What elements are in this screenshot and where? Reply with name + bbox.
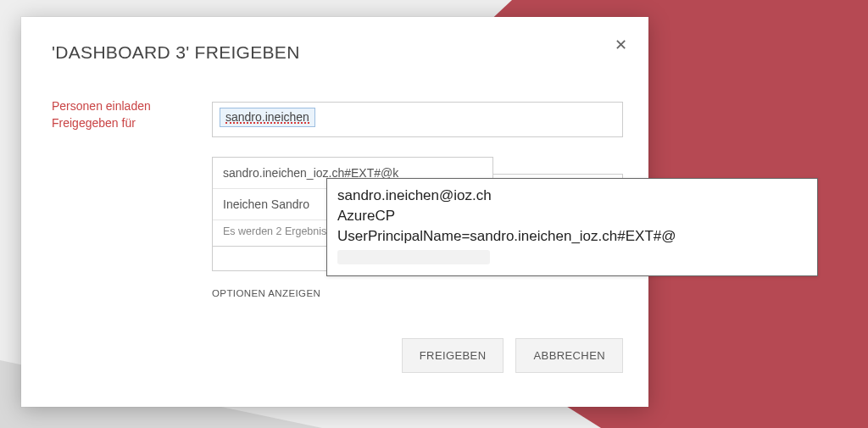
dialog-title: 'DASHBOARD 3' FREIGEBEN xyxy=(52,42,300,63)
side-tabs: Personen einladen Freigegeben für xyxy=(52,97,183,131)
tooltip-email: sandro.ineichen@ioz.ch xyxy=(337,186,807,206)
close-icon[interactable]: ✕ xyxy=(611,36,630,54)
redacted-blur xyxy=(337,250,490,264)
cancel-button[interactable]: ABBRECHEN xyxy=(515,338,623,373)
people-picker-input[interactable]: sandro.ineichen xyxy=(212,102,623,137)
people-chip[interactable]: sandro.ineichen xyxy=(220,108,315,127)
share-button[interactable]: FREIGEBEN xyxy=(402,338,504,373)
tooltip-upn-prefix: UserPrincipalName=sandro.ineichen_ioz.ch… xyxy=(337,228,676,244)
tab-invite-people[interactable]: Personen einladen xyxy=(52,97,183,114)
spellcheck-underline xyxy=(225,122,309,124)
dialog-actions: FREIGEBEN ABBRECHEN xyxy=(402,338,623,373)
show-options-link[interactable]: OPTIONEN ANZEIGEN xyxy=(212,288,320,298)
tooltip-upn: UserPrincipalName=sandro.ineichen_ioz.ch… xyxy=(337,226,807,267)
person-tooltip: sandro.ineichen@ioz.ch AzureCP UserPrinc… xyxy=(326,178,818,276)
tooltip-provider: AzureCP xyxy=(337,206,807,226)
tab-shared-with[interactable]: Freigegeben für xyxy=(52,114,183,131)
